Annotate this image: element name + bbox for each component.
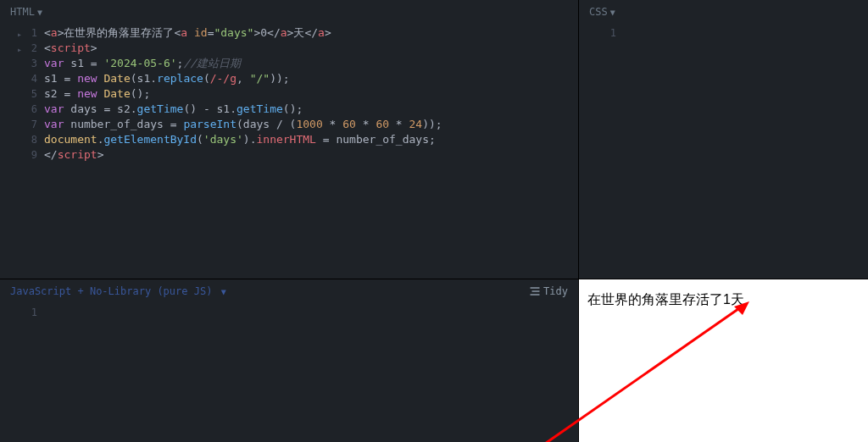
line-number: 1 bbox=[579, 25, 616, 41]
code-line[interactable]: <script> bbox=[44, 41, 578, 56]
code-line[interactable]: s1 = new Date(s1.replace(/-/g, "/")); bbox=[44, 71, 578, 86]
css-gutter: 1 bbox=[579, 24, 623, 279]
html-code[interactable]: <a>在世界的角落里存活了<a id="days">0</a>天</a><scr… bbox=[44, 24, 578, 279]
line-number: 8 bbox=[0, 132, 37, 147]
js-editor[interactable]: 1 bbox=[0, 303, 578, 442]
output-text: 在世界的角落里存活了1天 bbox=[579, 279, 868, 321]
tidy-label: Tidy bbox=[543, 285, 568, 297]
html-pane-header[interactable]: HTML ▼ bbox=[0, 0, 578, 24]
chevron-down-icon: ▼ bbox=[221, 287, 226, 296]
html-gutter: 123456789 bbox=[0, 24, 44, 279]
chevron-down-icon: ▼ bbox=[610, 8, 615, 17]
code-line[interactable] bbox=[44, 305, 578, 320]
code-line[interactable]: var number_of_days = parseInt(days / (10… bbox=[44, 117, 578, 132]
code-line[interactable]: </script> bbox=[44, 147, 578, 163]
js-pane-header: JavaScript + No-Library (pure JS) ▼ Tidy bbox=[0, 279, 578, 303]
css-pane: CSS ▼ 1 bbox=[579, 0, 868, 279]
html-pane-label: HTML bbox=[10, 6, 35, 18]
line-number: 5 bbox=[0, 86, 37, 102]
line-number: 4 bbox=[0, 71, 37, 86]
line-number: 9 bbox=[0, 147, 37, 163]
code-line[interactable] bbox=[623, 25, 868, 41]
code-line[interactable]: var s1 = '2024-05-6';//建站日期 bbox=[44, 56, 578, 71]
js-gutter: 1 bbox=[0, 303, 44, 442]
js-pane-label-group[interactable]: JavaScript + No-Library (pure JS) ▼ bbox=[10, 285, 226, 297]
line-number: 2 bbox=[0, 41, 37, 56]
css-code[interactable] bbox=[623, 24, 868, 279]
line-number: 3 bbox=[0, 56, 37, 71]
code-line[interactable]: var days = s2.getTime() - s1.getTime(); bbox=[44, 102, 578, 117]
js-code[interactable] bbox=[44, 303, 578, 442]
js-pane-label: JavaScript + No-Library (pure JS) bbox=[10, 285, 212, 297]
chevron-down-icon: ▼ bbox=[37, 8, 42, 17]
line-number: 1 bbox=[0, 25, 37, 41]
output-pane: 在世界的角落里存活了1天 bbox=[579, 279, 868, 442]
css-editor[interactable]: 1 bbox=[579, 24, 868, 279]
code-line[interactable]: s2 = new Date(); bbox=[44, 86, 578, 102]
tidy-button[interactable]: Tidy bbox=[530, 285, 568, 297]
line-number: 7 bbox=[0, 117, 37, 132]
html-editor[interactable]: 123456789 <a>在世界的角落里存活了<a id="days">0</a… bbox=[0, 24, 578, 279]
code-line[interactable]: document.getElementById('days').innerHTM… bbox=[44, 132, 578, 147]
line-number: 6 bbox=[0, 102, 37, 117]
css-pane-header[interactable]: CSS ▼ bbox=[579, 0, 868, 24]
html-pane: HTML ▼ 123456789 <a>在世界的角落里存活了<a id="day… bbox=[0, 0, 579, 279]
code-line[interactable]: <a>在世界的角落里存活了<a id="days">0</a>天</a> bbox=[44, 25, 578, 41]
tidy-icon bbox=[530, 287, 540, 296]
js-pane: JavaScript + No-Library (pure JS) ▼ Tidy… bbox=[0, 279, 579, 442]
css-pane-label: CSS bbox=[589, 6, 608, 18]
line-number: 1 bbox=[0, 305, 37, 320]
